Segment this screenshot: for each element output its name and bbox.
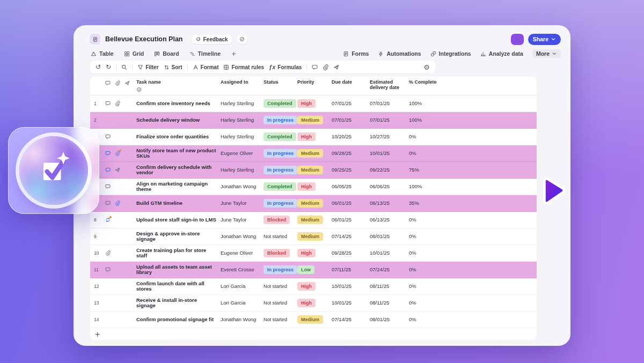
- est-date-cell[interactable]: 08/11/25: [370, 300, 409, 306]
- redo-button[interactable]: ↻: [106, 64, 111, 70]
- table-row[interactable]: 10 Create training plan for store staff …: [90, 245, 537, 262]
- due-date-cell[interactable]: 09/28/25: [332, 250, 370, 256]
- task-name-cell[interactable]: Create training plan for store staff: [136, 248, 221, 259]
- comment-icon[interactable]: [105, 151, 111, 156]
- complete-cell[interactable]: 0%: [409, 217, 454, 223]
- task-name-cell[interactable]: Upload all assets to team asset library: [136, 264, 221, 276]
- task-name-cell[interactable]: Design & approve in-store signage: [136, 231, 221, 242]
- priority-cell[interactable]: High: [297, 182, 332, 191]
- view-tab-grid[interactable]: Grid: [124, 50, 144, 57]
- search-icon[interactable]: [121, 64, 127, 70]
- est-date-cell[interactable]: 07/24/25: [370, 267, 409, 273]
- comment-icon[interactable]: [105, 201, 111, 206]
- est-date-cell[interactable]: 06/13/25: [370, 217, 409, 223]
- complete-cell[interactable]: 0%: [409, 250, 454, 256]
- comment-icon[interactable]: [105, 167, 111, 173]
- priority-cell[interactable]: High: [297, 249, 332, 257]
- assigned-to-cell[interactable]: Everett Crosse: [221, 267, 264, 273]
- sort-button[interactable]: Sort: [164, 64, 182, 70]
- assigned-to-cell[interactable]: June Taylor: [221, 201, 264, 206]
- row-attachment-icons[interactable]: [102, 217, 136, 223]
- complete-cell[interactable]: 100%: [409, 101, 454, 107]
- table-row[interactable]: 14 Confirm promotional signage fit Jonat…: [90, 312, 537, 328]
- task-name-cell[interactable]: Align on marketing campaign theme: [136, 181, 221, 192]
- priority-cell[interactable]: High: [297, 282, 332, 291]
- col-assigned-to[interactable]: Assigned to: [221, 79, 264, 93]
- task-name-cell[interactable]: Confirm delivery schedule with vendor: [136, 165, 221, 176]
- sync-icon[interactable]: [105, 217, 111, 223]
- assigned-to-cell[interactable]: Eugene Oliver: [221, 250, 264, 256]
- complete-cell[interactable]: 100%: [409, 184, 454, 190]
- clip-icon[interactable]: [115, 201, 120, 206]
- assigned-to-cell[interactable]: Lori Garcia: [221, 300, 264, 306]
- row-attachment-icons[interactable]: [102, 101, 136, 106]
- row-attachment-icons[interactable]: [102, 134, 136, 139]
- add-row-button[interactable]: +: [90, 328, 537, 340]
- row-attachment-icons[interactable]: [102, 151, 136, 156]
- task-name-cell[interactable]: Confirm launch date with all stores: [136, 281, 221, 292]
- status-cell[interactable]: In progress: [264, 166, 297, 174]
- assigned-to-cell[interactable]: Harley Sterling: [221, 167, 264, 173]
- complete-cell[interactable]: 0%: [409, 151, 454, 157]
- assigned-to-cell[interactable]: Jonathan Wong: [221, 184, 264, 190]
- complete-cell[interactable]: 0%: [409, 234, 454, 240]
- clip-icon[interactable]: [105, 250, 111, 256]
- menu-item-forms[interactable]: Forms: [343, 50, 369, 57]
- est-date-cell[interactable]: 07/01/25: [370, 117, 409, 123]
- due-date-cell[interactable]: 07/01/25: [332, 101, 370, 107]
- row-attachment-icons[interactable]: [102, 201, 136, 206]
- row-attachment-icons[interactable]: [102, 267, 136, 272]
- send-icon[interactable]: [333, 64, 339, 70]
- view-tab-add[interactable]: [231, 51, 239, 57]
- settings-gear-icon[interactable]: ⚙: [423, 64, 430, 71]
- priority-cell[interactable]: Medium: [297, 216, 332, 224]
- col-priority[interactable]: Priority: [297, 79, 332, 93]
- status-cell[interactable]: Not started: [264, 232, 297, 241]
- paperclip-icon[interactable]: [323, 64, 328, 70]
- priority-cell[interactable]: Medium: [297, 315, 332, 324]
- complete-cell[interactable]: 0%: [409, 300, 454, 306]
- assigned-to-cell[interactable]: Harley Sterling: [221, 101, 264, 107]
- task-name-cell[interactable]: Upload store staff sign-in to LMS: [136, 217, 221, 223]
- table-row[interactable]: 6 Align on marketing campaign theme Jona…: [90, 179, 537, 195]
- undo-button[interactable]: ↺: [96, 64, 101, 70]
- priority-cell[interactable]: Medium: [297, 166, 332, 174]
- status-cell[interactable]: Completed: [264, 99, 297, 108]
- complete-cell[interactable]: 0%: [409, 284, 454, 290]
- table-row[interactable]: 12 Confirm launch date with all stores L…: [90, 278, 537, 295]
- table-row[interactable]: 11 Upload all assets to team asset libra…: [90, 262, 537, 278]
- due-date-cell[interactable]: 10/20/25: [332, 134, 370, 140]
- view-tab-table[interactable]: Table: [91, 50, 114, 57]
- col-due-date[interactable]: Due date: [332, 79, 370, 93]
- share-button[interactable]: Share: [528, 34, 561, 45]
- task-name-cell[interactable]: Finalize store order quantities: [136, 134, 221, 140]
- row-attachment-icons[interactable]: [102, 167, 136, 173]
- clip-icon[interactable]: [115, 101, 120, 106]
- est-date-cell[interactable]: 06/13/25: [370, 201, 409, 206]
- due-date-cell[interactable]: 10/01/25: [332, 300, 370, 306]
- complete-cell[interactable]: 0%: [409, 317, 454, 323]
- format-rules-button[interactable]: Format rules: [223, 64, 264, 70]
- est-date-cell[interactable]: 10/01/25: [370, 151, 409, 157]
- table-row[interactable]: 3 Finalize store order quantities Harley…: [90, 129, 537, 145]
- assigned-to-cell[interactable]: Jonathan Wong: [221, 317, 264, 323]
- menu-item-analyze-data[interactable]: Analyze data: [480, 50, 523, 57]
- feedback-button[interactable]: Feedback: [192, 35, 232, 44]
- est-date-cell[interactable]: 09/22/25: [370, 167, 409, 173]
- est-date-cell[interactable]: 08/11/25: [370, 284, 409, 290]
- comment-icon[interactable]: [312, 64, 318, 70]
- due-date-cell[interactable]: 09/28/25: [332, 151, 370, 157]
- due-date-cell[interactable]: 07/14/25: [332, 234, 370, 240]
- menu-item-integrations[interactable]: Integrations: [430, 50, 471, 57]
- table-row[interactable]: 8 Upload store staff sign-in to LMS June…: [90, 212, 537, 228]
- priority-cell[interactable]: Medium: [297, 149, 332, 158]
- row-attachment-icons[interactable]: [102, 184, 136, 189]
- due-date-cell[interactable]: 06/01/25: [332, 201, 370, 206]
- task-name-cell[interactable]: Schedule delivery window: [136, 117, 221, 123]
- due-date-cell[interactable]: 09/25/25: [332, 167, 370, 173]
- ai-assistant-button[interactable]: [511, 34, 524, 45]
- comment-icon[interactable]: [105, 267, 111, 272]
- status-cell[interactable]: Completed: [264, 132, 297, 141]
- priority-cell[interactable]: High: [297, 99, 332, 108]
- status-cell[interactable]: Not started: [264, 315, 297, 324]
